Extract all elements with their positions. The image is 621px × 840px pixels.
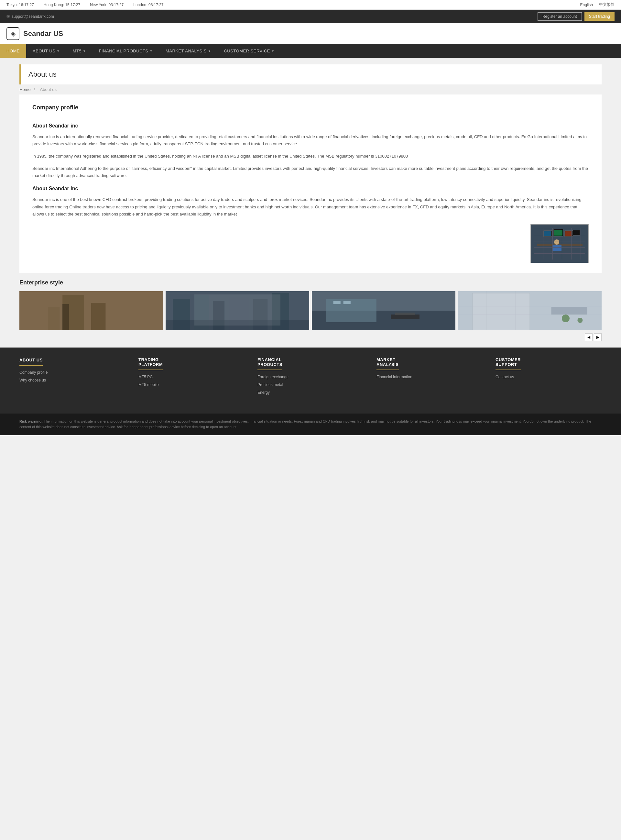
footer-col-trading: TRADINGPLATFORM MT5 PC MT5 mobile (138, 357, 244, 397)
svg-rect-0 (531, 224, 588, 263)
footer-support-links: Contact us (495, 374, 601, 379)
building1-svg (20, 291, 163, 330)
lang-divider: | (595, 3, 597, 7)
svg-rect-40 (551, 307, 588, 314)
svg-rect-24 (312, 311, 455, 330)
gallery-navigation: ◀ ▶ (20, 333, 601, 341)
email-icon: ✉ (6, 14, 10, 19)
gallery-item-1 (20, 291, 163, 330)
trading-desk-svg (531, 224, 588, 263)
trading-image-container (32, 224, 589, 263)
svg-rect-22 (166, 320, 309, 330)
svg-rect-4 (573, 230, 580, 235)
footer-about-title: ABOUT US (20, 358, 43, 365)
svg-rect-30 (458, 291, 601, 330)
svg-rect-11 (20, 291, 163, 330)
footer-financial-title: FINANCIALPRODUCTS (257, 357, 282, 370)
footer-energy-link[interactable]: Energy (257, 390, 270, 395)
svg-rect-10 (552, 245, 562, 251)
lang-english[interactable]: English (580, 3, 593, 7)
support-bar: ✉ support@seandarfx.com Register an acco… (0, 10, 621, 23)
svg-rect-7 (565, 231, 572, 236)
risk-label: Risk warning: (20, 419, 43, 423)
svg-rect-1 (544, 231, 552, 237)
breadcrumb: Home / About us (0, 85, 621, 94)
svg-point-9 (554, 240, 559, 245)
newyork-time: New York: 03:17:27 (90, 3, 124, 7)
gallery-item-2 (166, 291, 309, 330)
page-title: About us (29, 70, 594, 79)
risk-warning: Risk warning: The information on this we… (0, 414, 621, 435)
footer-why-choose-link[interactable]: Why choose us (20, 378, 46, 382)
cs-arrow: ▼ (271, 50, 274, 53)
svg-rect-27 (344, 301, 351, 304)
svg-rect-3 (565, 231, 573, 237)
footer-columns: ABOUT US Company profile Why choose us T… (20, 357, 601, 397)
footer-col-about: ABOUT US Company profile Why choose us (20, 357, 126, 397)
svg-rect-28 (391, 314, 420, 319)
footer-contact-link[interactable]: Contact us (495, 375, 514, 379)
svg-point-39 (577, 318, 583, 323)
footer-precious-link[interactable]: Precious metal (257, 382, 283, 387)
ticker-bar: Tokyo: 16:17:27 Hong Kong: 15:17:27 New … (0, 0, 621, 10)
footer-forex-link[interactable]: Foreign exchange (257, 375, 288, 379)
svg-rect-8 (537, 244, 583, 246)
gallery-prev-button[interactable]: ◀ (585, 333, 592, 341)
page-header: About us (20, 64, 601, 85)
ma-arrow: ▼ (208, 50, 211, 53)
footer-financial-info-link[interactable]: Financial information (377, 375, 412, 379)
nav-about-us[interactable]: ABOUT US ▼ (26, 44, 66, 58)
hongkong-time: Hong Kong: 15:17:27 (44, 3, 80, 7)
footer: ABOUT US Company profile Why choose us T… (0, 347, 621, 414)
svg-rect-5 (544, 231, 551, 236)
office-svg (312, 291, 455, 330)
breadcrumb-home[interactable]: Home (20, 87, 31, 92)
nav-mt5[interactable]: MT5 ▼ (66, 44, 92, 58)
breadcrumb-separator: / (33, 87, 35, 92)
section1-p3: Seandar inc International Adhering to th… (32, 165, 589, 179)
logo-bar: ◈ Seandar US (0, 23, 621, 44)
nav-customer-service[interactable]: CUSTOMER SERVICE ▼ (217, 44, 281, 58)
nav-home[interactable]: HOME (0, 44, 26, 58)
action-buttons: Register an account Start trading (538, 12, 615, 21)
svg-rect-26 (333, 301, 341, 304)
logo-text: Seandar US (23, 29, 64, 38)
svg-rect-13 (91, 303, 105, 330)
gallery-item-3 (312, 291, 455, 330)
nav-financial-products[interactable]: FINANCIAL PRODUCTS ▼ (92, 44, 159, 58)
support-email: ✉ support@seandarfx.com (6, 14, 54, 19)
footer-trading-title: TRADINGPLATFORM (138, 357, 163, 370)
footer-financial-links: Foreign exchange Precious metal Energy (257, 374, 364, 395)
svg-rect-29 (395, 312, 415, 315)
svg-rect-23 (312, 291, 455, 330)
register-button[interactable]: Register an account (538, 12, 582, 21)
footer-mt5mobile-link[interactable]: MT5 mobile (138, 382, 159, 387)
footer-market-title: MARKETANALYSIS (377, 357, 399, 370)
svg-rect-19 (229, 297, 249, 330)
footer-market-links: Financial information (377, 374, 483, 379)
svg-rect-21 (272, 293, 289, 330)
section1-title: About Seandar inc (32, 123, 589, 129)
svg-rect-16 (173, 299, 190, 330)
section-about-1: About Seandar inc Seandar inc is an inte… (32, 123, 589, 179)
building4-svg (458, 291, 601, 330)
gallery-next-button[interactable]: ▶ (594, 333, 601, 341)
enterprise-gallery (20, 291, 601, 330)
footer-col-financial: FINANCIALPRODUCTS Foreign exchange Preci… (257, 357, 364, 397)
nav-market-analysis[interactable]: MARKET ANALYSIS ▼ (159, 44, 217, 58)
email-address: support@seandarfx.com (12, 14, 54, 19)
svg-rect-15 (166, 291, 309, 330)
start-trading-button[interactable]: Start trading (585, 12, 615, 21)
logo-icon: ◈ (6, 27, 20, 40)
footer-col-support: CUSTOMERSUPPORT Contact us (495, 357, 601, 397)
lang-chinese[interactable]: 中文繁體 (599, 2, 615, 8)
risk-text: The information on this website is gener… (20, 419, 591, 429)
tokyo-time: Tokyo: 16:17:27 (6, 3, 34, 7)
footer-company-profile-link[interactable]: Company profile (20, 370, 47, 375)
svg-rect-2 (553, 229, 563, 236)
main-nav: HOME ABOUT US ▼ MT5 ▼ FINANCIAL PRODUCTS… (0, 44, 621, 58)
svg-rect-17 (194, 295, 209, 330)
fp-arrow: ▼ (150, 50, 153, 53)
mt5-arrow: ▼ (83, 50, 86, 53)
footer-mt5pc-link[interactable]: MT5 PC (138, 375, 153, 379)
